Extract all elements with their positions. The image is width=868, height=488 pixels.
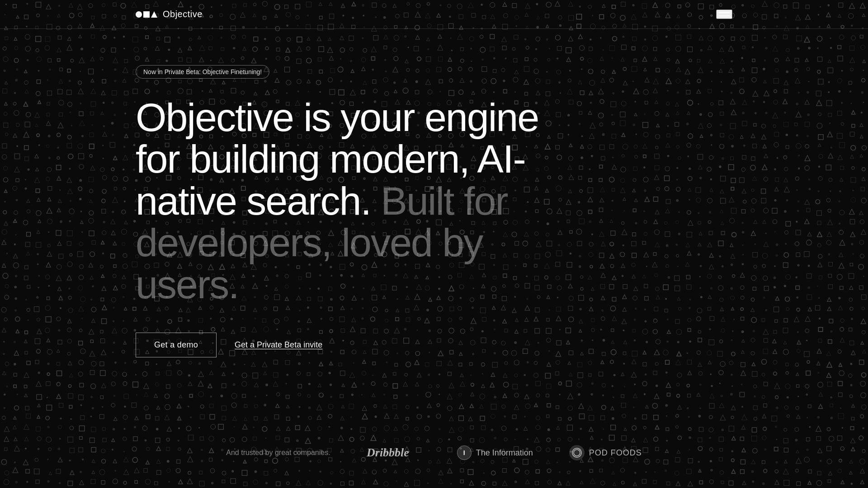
- svg-marker-2885: [57, 394, 61, 399]
- svg-rect-2916: [394, 395, 397, 398]
- svg-rect-3529: [101, 481, 105, 484]
- svg-point-3556: [396, 480, 397, 482]
- svg-rect-3010: [547, 404, 551, 407]
- svg-marker-2720: [2, 371, 6, 375]
- svg-point-3497: [621, 468, 625, 472]
- svg-point-2970: [111, 403, 115, 407]
- svg-marker-3014: [588, 406, 592, 410]
- svg-marker-2663: [251, 362, 255, 366]
- svg-point-3524: [47, 480, 49, 483]
- svg-marker-3064: [264, 417, 268, 420]
- svg-marker-2945: [710, 394, 714, 398]
- hamburger-menu[interactable]: [716, 9, 732, 19]
- svg-marker-3202: [24, 437, 28, 441]
- svg-point-3246: [504, 438, 507, 441]
- svg-marker-3452: [134, 468, 139, 473]
- svg-point-3567: [514, 480, 517, 483]
- svg-rect-2725: [57, 371, 61, 376]
- svg-point-2924: [480, 394, 485, 399]
- svg-point-3222: [242, 437, 247, 442]
- svg-rect-3483: [468, 469, 473, 474]
- svg-marker-3050: [113, 417, 117, 421]
- svg-marker-3161: [449, 427, 454, 432]
- svg-marker-3073: [362, 414, 368, 419]
- svg-point-2641: [14, 363, 16, 365]
- svg-point-3240: [438, 439, 442, 443]
- svg-point-3470: [330, 471, 333, 474]
- svg-rect-2770: [545, 373, 550, 378]
- svg-rect-2780: [653, 371, 657, 375]
- svg-marker-2974: [156, 406, 160, 409]
- svg-rect-2774: [589, 374, 591, 376]
- svg-point-2737: [188, 374, 190, 376]
- svg-marker-3120: [4, 427, 9, 432]
- svg-marker-3156: [394, 427, 397, 430]
- svg-point-3220: [222, 439, 226, 442]
- beta-badge[interactable]: Now in Private Beta: Objective Finetunin…: [136, 65, 269, 79]
- beta-badge-text: Now in Private Beta: Objective Finetunin…: [143, 68, 262, 75]
- svg-rect-3207: [80, 436, 82, 439]
- svg-point-3424: [698, 461, 700, 463]
- svg-point-2648: [91, 361, 96, 366]
- svg-rect-3541: [231, 479, 236, 483]
- svg-rect-3584: [699, 481, 703, 484]
- svg-rect-3458: [199, 471, 203, 474]
- svg-rect-2886: [68, 394, 73, 399]
- svg-marker-3135: [167, 427, 171, 432]
- svg-point-2707: [729, 361, 733, 365]
- svg-point-3241: [448, 438, 450, 440]
- svg-rect-2703: [687, 360, 691, 364]
- svg-point-2981: [231, 403, 236, 408]
- svg-point-2689: [534, 361, 537, 365]
- svg-marker-3210: [112, 439, 115, 442]
- hamburger-line-1: [719, 12, 730, 13]
- svg-point-2854: [591, 382, 594, 385]
- svg-rect-2836: [393, 384, 397, 388]
- svg-marker-2673: [363, 360, 366, 364]
- svg-point-3185: [709, 427, 713, 432]
- svg-rect-2666: [285, 360, 289, 364]
- svg-marker-3249: [534, 437, 539, 442]
- svg-marker-3566: [502, 481, 507, 486]
- svg-marker-2871: [774, 383, 780, 389]
- svg-point-3431: [775, 461, 778, 464]
- svg-rect-2957: [838, 393, 842, 397]
- svg-point-3505: [710, 469, 713, 472]
- get-beta-invite-button[interactable]: Get a Private Beta invite: [235, 340, 322, 350]
- svg-rect-3489: [536, 469, 539, 473]
- svg-rect-3230: [330, 439, 333, 442]
- svg-marker-3180: [655, 425, 659, 429]
- svg-rect-3257: [622, 436, 626, 440]
- svg-rect-3063: [254, 417, 258, 420]
- get-demo-button[interactable]: Get a demo: [136, 333, 217, 357]
- svg-point-3167: [516, 428, 518, 431]
- svg-point-2790: [762, 373, 765, 376]
- svg-point-3086: [504, 415, 506, 418]
- svg-point-2822: [242, 381, 247, 386]
- svg-point-3517: [838, 469, 841, 473]
- svg-point-3478: [415, 469, 420, 474]
- svg-marker-3016: [611, 407, 614, 410]
- svg-point-2769: [534, 373, 538, 378]
- svg-rect-2645: [57, 362, 60, 366]
- svg-rect-3066: [286, 417, 290, 421]
- svg-point-2677: [406, 362, 411, 367]
- svg-marker-3013: [579, 404, 584, 408]
- svg-marker-2715: [817, 362, 820, 365]
- svg-point-3211: [123, 437, 127, 441]
- svg-point-2878: [850, 384, 853, 386]
- svg-rect-3093: [579, 414, 584, 419]
- svg-point-3152: [350, 428, 352, 430]
- svg-point-3440: [5, 471, 9, 475]
- svg-rect-2734: [156, 372, 159, 375]
- svg-point-3487: [514, 468, 519, 473]
- hero-actions: Get a demo Get a Private Beta invite: [136, 333, 732, 357]
- svg-point-2988: [308, 406, 311, 409]
- svg-point-2724: [47, 373, 50, 375]
- svg-rect-3099: [642, 415, 647, 419]
- svg-marker-3594: [808, 481, 811, 484]
- svg-point-3139: [211, 424, 216, 429]
- svg-point-3199: [862, 427, 864, 429]
- svg-point-3457: [188, 471, 191, 474]
- svg-rect-3030: [764, 404, 767, 407]
